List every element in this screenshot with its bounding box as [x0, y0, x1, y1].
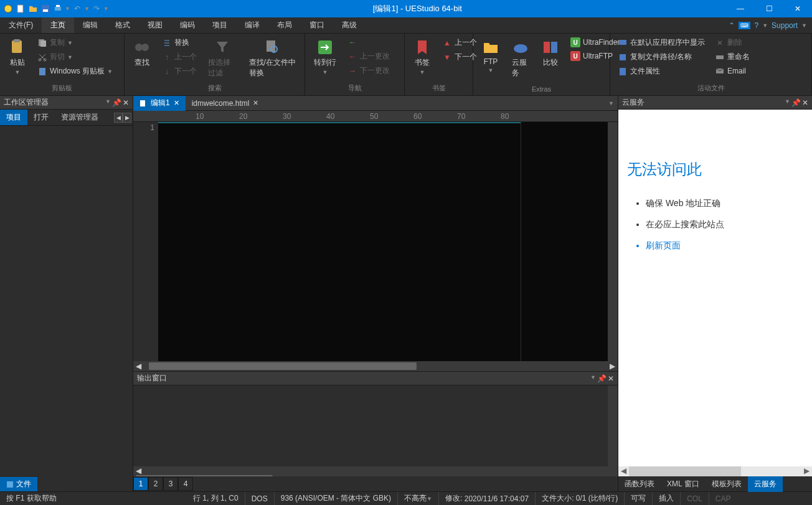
copy-path-button[interactable]: 复制文件路径/名称	[614, 50, 709, 64]
tabs-dropdown-icon[interactable]: ▼	[608, 100, 618, 106]
nav-prev-change[interactable]: ←上一更改	[344, 50, 394, 63]
editor-tab-2[interactable]: idmwelcome.html ✕	[186, 96, 265, 111]
email-button[interactable]: Email	[711, 65, 753, 77]
output-tab-3[interactable]: 3	[163, 477, 178, 491]
cut-button[interactable]: 剪切 ▼	[34, 50, 116, 64]
menu-home[interactable]: 主页	[42, 17, 74, 33]
find-button[interactable]: 查找	[128, 36, 156, 70]
code-editor[interactable]	[158, 122, 521, 361]
vertical-scrollbar[interactable]	[608, 122, 618, 361]
goto-button[interactable]: 转到行▼	[309, 36, 341, 78]
find-in-files-button[interactable]: 查找/在文件中替换	[244, 36, 301, 81]
delete-button[interactable]: ✕删除	[711, 36, 753, 49]
menu-format[interactable]: 格式	[106, 17, 139, 33]
bookmark-button[interactable]: 书签▼	[408, 36, 436, 78]
dropdown-icon[interactable]: ▼	[590, 374, 596, 383]
save-icon[interactable]	[40, 3, 51, 14]
output-tab-2[interactable]: 2	[148, 477, 163, 491]
maximize-button[interactable]: ☐	[755, 0, 783, 17]
print-icon[interactable]	[52, 3, 64, 14]
dropdown-icon[interactable]: ▼	[65, 6, 70, 12]
status-insert[interactable]: 插入	[653, 492, 681, 505]
keyboard-icon[interactable]: ⌨	[739, 22, 750, 29]
nav-back-button[interactable]: ←	[344, 36, 394, 49]
status-readwrite[interactable]: 可写	[625, 492, 653, 505]
status-filesize: 文件大小: 0/1 (比特/行)	[536, 492, 625, 505]
help-icon[interactable]: ?	[754, 21, 758, 30]
undo-icon[interactable]: ↶	[72, 3, 83, 14]
nav-right-icon[interactable]: ▶	[123, 113, 131, 123]
menu-edit[interactable]: 编辑	[74, 17, 106, 33]
filter-button[interactable]: 按选择过滤	[203, 36, 242, 81]
support-link[interactable]: Support	[772, 21, 798, 30]
dropdown-icon[interactable]: ▼	[84, 6, 90, 12]
horizontal-scrollbar[interactable]: ◀▶	[618, 466, 812, 476]
paste-button[interactable]: 粘贴▼	[4, 36, 31, 78]
close-button[interactable]: ✕	[783, 0, 812, 17]
menu-compile[interactable]: 编译	[236, 17, 268, 33]
cloud-button[interactable]: 云服务	[507, 36, 534, 81]
prev-button[interactable]: ↑上一个	[158, 50, 201, 64]
nav-next-change[interactable]: →下一更改	[344, 64, 394, 77]
status-cap[interactable]: CAP	[709, 492, 737, 505]
dropdown-icon[interactable]: ▼	[103, 6, 109, 12]
new-file-icon[interactable]	[15, 3, 26, 14]
horizontal-scrollbar[interactable]: ◀▶	[133, 466, 618, 476]
ftp-button[interactable]: FTP▼	[477, 36, 504, 76]
close-icon[interactable]: ✕	[174, 99, 179, 107]
open-folder-icon[interactable]	[27, 3, 39, 14]
tab-cloud[interactable]: 云服务	[748, 476, 783, 492]
windows-clipboard-button[interactable]: Windows 剪贴板 ▼	[34, 65, 116, 78]
close-icon[interactable]: ✕	[608, 374, 614, 383]
dropdown-icon[interactable]: ▼	[785, 98, 790, 107]
horizontal-scrollbar[interactable]: ◀▶	[133, 361, 618, 371]
refresh-link[interactable]: 刷新页面	[646, 240, 803, 252]
replace-button[interactable]: 替换	[158, 36, 201, 49]
status-format[interactable]: DOS	[245, 492, 275, 505]
menu-layout[interactable]: 布局	[268, 17, 301, 33]
collapse-ribbon-icon[interactable]: ⌃	[729, 21, 735, 30]
status-highlight[interactable]: 不高亮 ▼	[398, 492, 439, 505]
pin-icon[interactable]: 📌	[112, 98, 121, 107]
dropdown-icon[interactable]: ▼	[105, 98, 111, 107]
tab-project[interactable]: 项目	[0, 110, 27, 125]
minimize-button[interactable]: —	[726, 0, 755, 17]
nav-left-icon[interactable]: ◀	[114, 113, 123, 123]
workspace-tree[interactable]	[0, 126, 133, 477]
tab-templates[interactable]: 模板列表	[706, 476, 748, 492]
menu-file[interactable]: 文件(F)	[0, 17, 42, 33]
tab-open[interactable]: 打开	[27, 110, 55, 125]
files-tab[interactable]: 文件	[0, 477, 37, 491]
output-tab-1[interactable]: 1	[133, 477, 148, 491]
status-encoding[interactable]: 936 (ANSI/OEM - 简体中文 GBK)	[275, 492, 398, 505]
compare-button[interactable]: 比较	[537, 36, 564, 70]
pin-icon[interactable]: 📌	[597, 374, 607, 383]
menu-project[interactable]: 项目	[204, 17, 236, 33]
vertical-scrollbar[interactable]	[608, 385, 618, 466]
properties-button[interactable]: 文件属性	[614, 65, 709, 78]
copy-button[interactable]: 复制 ▼	[34, 36, 116, 49]
close-icon[interactable]: ✕	[123, 98, 129, 107]
close-icon[interactable]: ✕	[253, 99, 258, 107]
close-icon[interactable]: ✕	[802, 98, 808, 107]
tab-xml[interactable]: XML 窗口	[661, 476, 706, 492]
app-icon[interactable]	[2, 3, 14, 14]
editor-tab-1[interactable]: 编辑1 ✕	[133, 96, 186, 111]
menu-advanced[interactable]: 高级	[333, 17, 366, 33]
rename-button[interactable]: 重命名	[711, 50, 753, 64]
output-body[interactable]	[133, 385, 618, 466]
minimap[interactable]	[521, 122, 608, 361]
next-button[interactable]: ↓下一个	[158, 65, 201, 78]
menu-view[interactable]: 视图	[139, 17, 171, 33]
redo-icon[interactable]: ↷	[91, 3, 102, 14]
tab-functions[interactable]: 函数列表	[618, 476, 661, 492]
menu-encoding[interactable]: 编码	[171, 17, 204, 33]
tab-explorer[interactable]: 资源管理器	[55, 110, 105, 125]
status-col[interactable]: COL	[681, 492, 709, 505]
bookmark-up-icon: ▲	[442, 38, 452, 48]
pin-icon[interactable]: 📌	[791, 98, 801, 107]
default-prog-button[interactable]: 在默认应用程序中显示	[614, 36, 709, 49]
menu-window[interactable]: 窗口	[301, 17, 333, 33]
output-tab-4[interactable]: 4	[178, 477, 193, 491]
status-position[interactable]: 行 1, 列 1, C0	[187, 492, 245, 505]
